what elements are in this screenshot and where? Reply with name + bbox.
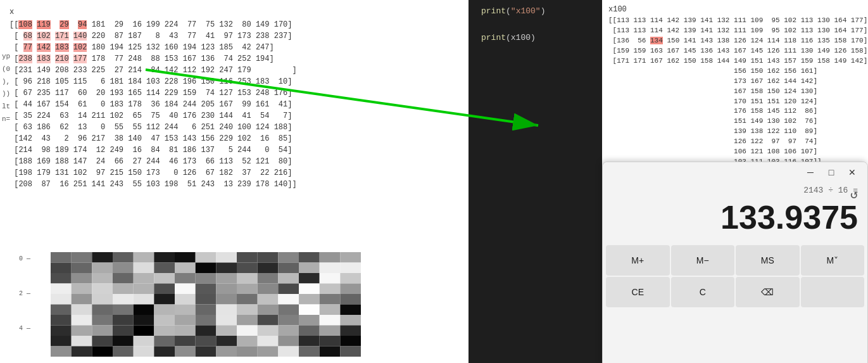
- array-row-7: [ 44 167 154 61 0 183 178 36 184 244 205…: [9, 99, 459, 110]
- x100-row-13: 106 121 108 106 107]: [608, 147, 862, 157]
- label-paren: (0: [2, 63, 10, 76]
- right-panel: print("x100") print(x100) x100 [[113 113…: [469, 0, 868, 363]
- sidebar-labels: yp (0 ), )) lt n=: [0, 51, 10, 126]
- x100-label: x100: [608, 5, 862, 14]
- array-row-5: [ 96 218 105 115 6 181 184 103 228 196 1…: [9, 76, 459, 87]
- x100-row-9: 176 158 145 112 86]: [608, 106, 862, 117]
- x100-row-6: 173 167 162 144 142]: [608, 77, 862, 87]
- y-axis-0: 0 —: [19, 255, 30, 262]
- highlight-140: 140: [73, 32, 87, 41]
- x100-highlight-134: 134: [650, 37, 663, 44]
- x100-row-5: 156 150 162 156 161]: [608, 67, 862, 77]
- calculator: ─ □ ✕ ↺ 2143 ÷ 16 = 133.9375 M+ M− MS M˅…: [602, 162, 868, 363]
- x-variable-label: x: [9, 6, 459, 18]
- calc-display: 133.9375: [603, 196, 867, 242]
- calc-equation: 2143 ÷ 16 =: [603, 182, 867, 196]
- y-axis-2: 2 —: [19, 290, 30, 297]
- calc-backspace-button[interactable]: ⌫: [736, 277, 800, 307]
- x100-row-7: 167 158 150 124 130]: [608, 87, 862, 97]
- heatmap-container: 0 — 2 — 4 —: [35, 252, 402, 363]
- calc-ce-button[interactable]: CE: [606, 277, 670, 307]
- array-row-0: [[108 119 29 94 181 29 16 199 224 77 75 …: [9, 19, 459, 30]
- calc-maximize-button[interactable]: □: [822, 165, 840, 179]
- notebook-output: x [[108 119 29 94 181 29 16 199 224 77 7…: [0, 0, 469, 196]
- label-dbl-close: )): [2, 88, 10, 101]
- x100-row-4: [171 171 167 162 150 158 144 149 151 143…: [608, 56, 862, 67]
- y-axis-4: 4 —: [19, 325, 30, 332]
- highlight-183b: 183: [37, 54, 51, 63]
- array-row-14: [208 87 16 251 141 243 55 103 198 51 243…: [9, 179, 459, 190]
- array-row-1: [ 68 102 171 140 220 87 187 8 43 77 41 9…: [9, 30, 459, 42]
- calc-ms-button[interactable]: MS: [736, 245, 800, 276]
- array-row-6: [ 67 235 117 60 20 193 165 114 229 159 7…: [9, 87, 459, 99]
- calc-minimize-button[interactable]: ─: [802, 165, 819, 179]
- array-row-10: [142 43 2 96 217 38 140 47 153 143 156 2…: [9, 133, 459, 144]
- highlight-108: 108: [18, 20, 32, 29]
- calc-c-button[interactable]: C: [671, 277, 735, 307]
- highlight-142: 142: [37, 43, 51, 52]
- array-row-9: [ 63 186 62 13 0 55 55 112 244 6 251 240…: [9, 122, 459, 133]
- x100-row-3: [159 159 163 167 145 136 143 167 145 126…: [608, 46, 862, 56]
- x100-row-1: [113 113 114 142 139 141 132 111 109 95 …: [608, 26, 862, 36]
- heatmap-canvas: [51, 252, 361, 357]
- array-row-11: [214 98 189 174 12 249 16 84 81 186 137 …: [9, 144, 459, 156]
- highlight-77: 77: [23, 43, 32, 52]
- x100-row-11: 139 138 122 110 89]: [608, 127, 862, 137]
- highlight-177: 177: [73, 54, 87, 63]
- x100-row-2: [136 56 134 150 141 143 138 126 124 114 …: [608, 36, 862, 46]
- array-row-12: [188 169 188 147 24 66 27 244 46 173 66 …: [9, 156, 459, 167]
- calc-buttons: M+ M− MS M˅ CE C ⌫: [603, 242, 867, 310]
- highlight-29a: 29: [60, 20, 68, 29]
- calc-m-minus-button[interactable]: M−: [671, 245, 735, 276]
- label-n: n=: [2, 113, 10, 126]
- highlight-94: 94: [78, 20, 87, 29]
- x100-row-8: 170 151 151 120 124]: [608, 97, 862, 107]
- calc-history-icon[interactable]: ↺: [850, 186, 858, 202]
- calc-empty-button: [801, 277, 865, 307]
- array-row-3: [238 183 210 177 178 77 248 88 153 167 1…: [9, 53, 459, 65]
- highlight-119: 119: [37, 20, 51, 29]
- array-row-13: [198 179 131 102 97 215 150 173 0 126 67…: [9, 167, 459, 179]
- label-lt: lt: [2, 101, 10, 113]
- highlight-68: 68: [23, 32, 32, 41]
- array-row-2: [ 77 142 183 102 180 194 125 132 160 194…: [9, 42, 459, 53]
- label-yp: yp: [2, 51, 10, 63]
- highlight-210: 210: [55, 54, 69, 63]
- array-row-8: [ 35 224 63 14 211 102 65 75 40 176 230 …: [9, 110, 459, 122]
- calc-m-chevron-button[interactable]: M˅: [801, 245, 865, 276]
- calc-titlebar: ─ □ ✕: [603, 162, 867, 182]
- left-panel: x [[108 119 29 94 181 29 16 199 224 77 7…: [0, 0, 469, 363]
- highlight-102: 102: [37, 32, 51, 41]
- highlight-238: 238: [18, 54, 32, 63]
- highlight-171: 171: [55, 32, 69, 41]
- x100-row-12: 126 122 97 97 74]: [608, 137, 862, 147]
- highlight-102b: 102: [73, 43, 87, 52]
- x100-row-0: [[113 113 114 142 139 141 132 111 109 95…: [608, 16, 862, 26]
- highlight-183: 183: [55, 43, 69, 52]
- x100-row-10: 151 149 130 102 76]: [608, 117, 862, 127]
- array-row-4: [231 149 208 233 225 27 214 84 142 112 1…: [9, 65, 459, 76]
- calc-m-plus-button[interactable]: M+: [606, 245, 670, 276]
- label-close: ),: [2, 76, 10, 89]
- calc-close-button[interactable]: ✕: [843, 165, 861, 179]
